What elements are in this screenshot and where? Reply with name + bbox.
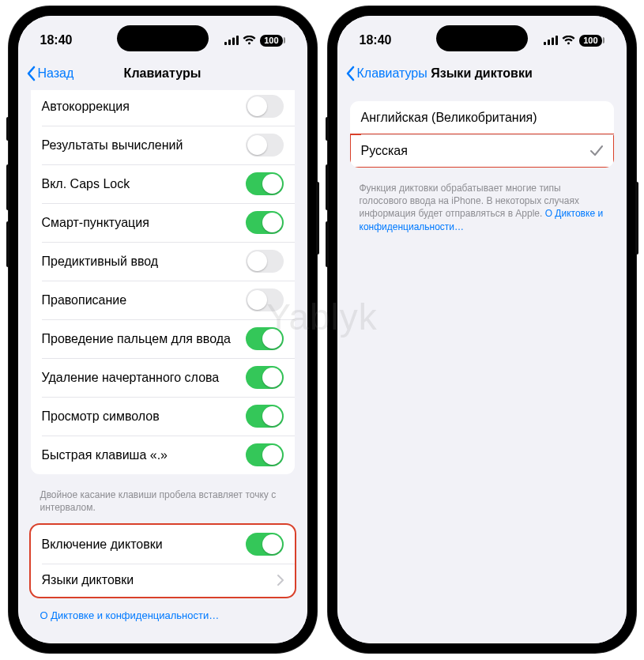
- back-button[interactable]: Назад: [26, 66, 74, 81]
- section-header-english: АНГЛИЙСКАЯ (ВЕЛИКОБРИТАНИЯ): [18, 634, 307, 643]
- toggle-switch[interactable]: [246, 250, 284, 273]
- row-label: Быстрая клавиша «.»: [42, 448, 246, 462]
- row-enable-dictation[interactable]: Включение диктовки: [31, 525, 295, 564]
- group-footer-note: Двойное касание клавиши пробела вставляе…: [18, 484, 307, 525]
- settings-row[interactable]: Проведение пальцем для ввода: [31, 319, 295, 358]
- row-label: Результаты вычислений: [42, 138, 246, 153]
- toggle-switch[interactable]: [246, 533, 284, 556]
- toggle-switch[interactable]: [246, 134, 284, 157]
- dictation-note: Функция диктовки обрабатывает многие тип…: [337, 177, 627, 244]
- settings-row[interactable]: Предиктивный ввод: [31, 242, 295, 281]
- row-label: Языки диктовки: [42, 573, 273, 587]
- row-lang-english-uk[interactable]: Английская (Великобритания): [350, 101, 614, 134]
- wifi-icon: [243, 36, 256, 45]
- phone-right: 18:40 100 Клавиатуры Языки диктовки: [328, 6, 636, 653]
- toggle-switch[interactable]: [246, 443, 284, 466]
- volume-up: [326, 164, 329, 210]
- phone-left: 18:40 100 Назад Клавиатуры Автокоррекция: [9, 6, 317, 653]
- row-label: Автокоррекция: [42, 100, 246, 114]
- settings-row[interactable]: Результаты вычислений: [31, 126, 295, 164]
- status-time: 18:40: [360, 33, 392, 47]
- power-button: [316, 182, 319, 255]
- row-label: Включение диктовки: [42, 537, 246, 552]
- content-right: Английская (Великобритания) Русская Функ…: [337, 90, 627, 643]
- toggle-switch[interactable]: [246, 95, 284, 118]
- row-label: Смарт-пунктуация: [42, 216, 246, 230]
- wifi-icon: [562, 36, 575, 45]
- svg-rect-2: [232, 38, 235, 46]
- row-dictation-languages[interactable]: Языки диктовки: [31, 564, 295, 597]
- toggle-switch[interactable]: [246, 289, 284, 311]
- status-time: 18:40: [40, 33, 73, 47]
- language-list: Английская (Великобритания) Русская: [350, 101, 614, 168]
- svg-rect-0: [224, 42, 227, 45]
- row-label: Английская (Великобритания): [361, 111, 603, 125]
- toggle-switch[interactable]: [246, 211, 284, 234]
- content-left: АвтокоррекцияРезультаты вычисленийВкл. C…: [18, 90, 307, 643]
- settings-row[interactable]: Правописание: [31, 281, 295, 319]
- chevron-left-icon: [345, 66, 355, 81]
- checkmark-icon: [590, 145, 603, 157]
- settings-row[interactable]: Вкл. Caps Lock: [31, 164, 295, 203]
- back-button[interactable]: Клавиатуры: [345, 66, 427, 81]
- settings-group-main: АвтокоррекцияРезультаты вычисленийВкл. C…: [31, 90, 295, 474]
- toggle-switch[interactable]: [246, 327, 284, 350]
- settings-row[interactable]: Быстрая клавиша «.»: [31, 436, 295, 474]
- chevron-left-icon: [26, 66, 36, 81]
- row-label: Удаление начертанного слова: [42, 371, 246, 385]
- row-lang-russian[interactable]: Русская: [350, 134, 614, 168]
- cellular-icon: [544, 36, 558, 45]
- svg-rect-4: [544, 42, 546, 45]
- row-label: Просмотр символов: [42, 409, 246, 424]
- dictation-privacy-link[interactable]: О Диктовке и конфиденциальности…: [18, 606, 307, 634]
- svg-rect-3: [236, 36, 239, 45]
- row-label: Предиктивный ввод: [42, 255, 246, 269]
- battery-icon: 100: [579, 35, 604, 47]
- settings-row[interactable]: Просмотр символов: [31, 397, 295, 436]
- svg-rect-6: [552, 38, 554, 46]
- chevron-right-icon: [277, 575, 284, 586]
- back-label: Клавиатуры: [357, 66, 427, 81]
- settings-row[interactable]: Автокоррекция: [31, 90, 295, 126]
- mute-switch: [326, 117, 329, 141]
- svg-rect-7: [555, 36, 558, 45]
- toggle-switch[interactable]: [246, 366, 284, 389]
- nav-bar: Клавиатуры Языки диктовки: [337, 57, 627, 90]
- nav-bar: Назад Клавиатуры: [18, 57, 307, 90]
- row-label: Правописание: [42, 293, 246, 307]
- dynamic-island: [117, 25, 209, 51]
- cellular-icon: [224, 36, 239, 45]
- row-label: Русская: [361, 144, 590, 158]
- volume-down: [326, 221, 329, 267]
- settings-row[interactable]: Смарт-пунктуация: [31, 203, 295, 242]
- row-label: Проведение пальцем для ввода: [42, 332, 246, 346]
- row-label: Вкл. Caps Lock: [42, 177, 246, 191]
- mute-switch: [6, 117, 9, 141]
- toggle-switch[interactable]: [246, 172, 284, 195]
- volume-down: [6, 221, 9, 267]
- settings-row[interactable]: Удаление начертанного слова: [31, 358, 295, 397]
- battery-icon: 100: [260, 35, 284, 47]
- toggle-switch[interactable]: [246, 405, 284, 428]
- volume-up: [6, 164, 9, 210]
- svg-rect-1: [228, 40, 231, 45]
- dynamic-island: [436, 25, 528, 51]
- settings-group-dictation: Включение диктовки Языки диктовки: [31, 525, 295, 597]
- back-label: Назад: [38, 66, 74, 81]
- power-button: [635, 182, 638, 255]
- svg-rect-5: [548, 40, 550, 45]
